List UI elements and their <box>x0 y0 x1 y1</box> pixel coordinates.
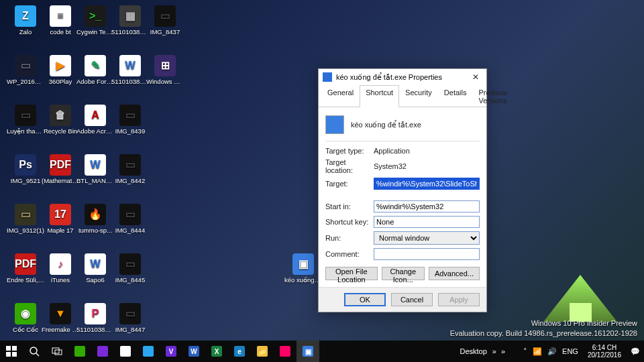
watermark-line2: Evaluation copy. Build 14986.rs_prerelea… <box>450 328 637 338</box>
taskbar-app[interactable] <box>137 341 160 362</box>
desktop-icon[interactable]: W51101038_N... <box>113 55 148 85</box>
icon-label: code bt <box>50 29 70 36</box>
file-icon: ▭ <box>119 105 141 126</box>
icon-label: iTunes <box>51 277 70 284</box>
action-center-icon[interactable]: 💬 <box>631 347 640 356</box>
desktop-icon[interactable]: ◉Cốc Cốc <box>8 303 43 333</box>
desktop-icon[interactable]: ▭IMG_8439 <box>113 105 148 135</box>
icon-label: 51101038_N... <box>111 29 149 36</box>
volume-icon[interactable]: 🔊 <box>547 347 557 356</box>
icon-label: IMG_9312(1) <box>7 227 44 234</box>
icon-label: 360Play <box>49 78 72 85</box>
app-icon <box>120 346 131 357</box>
close-icon[interactable]: ✕ <box>469 72 482 82</box>
desktop-icon[interactable]: ▭IMG_9312(1) <box>8 204 43 234</box>
icon-label: Luyện thanh - cho gion... <box>7 128 44 135</box>
taskbar-app[interactable]: V <box>160 341 182 362</box>
file-icon: W <box>85 154 106 176</box>
search-icon[interactable] <box>23 341 46 362</box>
apply-button[interactable]: Apply <box>438 293 480 306</box>
desktop-icon[interactable]: 🔥tummo-sp... <box>78 204 113 234</box>
tab-previous-versions[interactable]: Previous Versions <box>472 85 513 107</box>
desktop-icon[interactable]: 🗑Recycle Bin <box>43 105 78 135</box>
target-location-value: System32 <box>374 162 480 170</box>
cancel-button[interactable]: Cancel <box>391 293 433 306</box>
tab-details[interactable]: Details <box>438 85 473 107</box>
shortcutkey-input[interactable] <box>374 216 480 228</box>
desktop-icon[interactable]: ⊞Windows Device ... <box>148 55 182 85</box>
target-type-label: Target type: <box>325 147 374 155</box>
icon-label: Maple 17 <box>47 227 73 234</box>
tab-general[interactable]: General <box>321 85 360 107</box>
desktop-icon[interactable]: ▦51101038_N... <box>113 5 148 36</box>
tab-security[interactable]: Security <box>399 85 438 107</box>
taskbar-app[interactable] <box>91 341 114 362</box>
taskbar-app[interactable]: X <box>205 341 228 362</box>
desktop-icon[interactable]: 17Maple 17 <box>43 204 78 234</box>
desktop-icon[interactable]: P51101038_N... <box>78 303 113 333</box>
titlebar[interactable]: kéo xuống để tắt.exe Properties ✕ <box>319 69 486 85</box>
network-icon[interactable]: 📶 <box>533 347 542 356</box>
desktop-icon[interactable]: ▶360Play <box>43 55 78 85</box>
clock[interactable]: 6:14 CH 20/12/2016 <box>584 344 625 359</box>
desktop-icon[interactable]: ▭Luyện thanh - cho gion... <box>8 105 43 135</box>
file-icon: ▭ <box>15 204 36 225</box>
target-input[interactable] <box>374 178 480 190</box>
taskbar-app[interactable]: ▣ <box>297 341 319 362</box>
desktop-icon[interactable]: ✎Adobe FormsCentral <box>78 55 113 85</box>
taskbar-app[interactable]: W <box>182 341 205 362</box>
file-icon: ▭ <box>154 5 176 27</box>
desktop-icon[interactable]: ▼Freemake Video C... <box>43 303 78 333</box>
desktop-icon[interactable]: ZZalo <box>8 5 43 36</box>
toolbar-chevrons[interactable]: » » <box>492 347 506 355</box>
desktop-icon[interactable]: ▭IMG_8442 <box>113 154 148 184</box>
change-icon-button[interactable]: Change Icon... <box>382 267 425 280</box>
desktop-icon[interactable]: AAdobe Acrobat ... <box>78 105 113 135</box>
target-label: Target: <box>325 180 374 188</box>
advanced-button[interactable]: Advanced... <box>429 267 480 280</box>
app-icon: ▣ <box>303 346 313 357</box>
file-icon: ▭ <box>15 105 36 126</box>
desktop-icon[interactable]: PDFEndre Süli, David F. M... <box>8 253 43 284</box>
desktop-icon[interactable]: ▭IMG_8444 <box>113 204 148 234</box>
taskbar-app[interactable] <box>274 341 297 362</box>
app-icon: 📁 <box>257 346 268 357</box>
desktop-icon[interactable]: WSapo6 <box>78 253 113 284</box>
ok-button[interactable]: OK <box>344 293 386 306</box>
taskbar-app[interactable]: e <box>228 341 251 362</box>
desktop-icon[interactable]: PsIMG_9521 <box>8 154 43 184</box>
icon-label: Endre Süli, David F. M... <box>7 277 44 284</box>
desktop-toolbar-label[interactable]: Desktop <box>460 347 486 355</box>
desktop-icon[interactable]: ▭IMG_8437 <box>148 5 182 36</box>
language-indicator[interactable]: ENG <box>562 347 578 355</box>
taskbar-app[interactable] <box>68 341 91 362</box>
app-icon: e <box>234 346 245 357</box>
shortcutkey-label: Shortcut key: <box>325 218 374 226</box>
taskbar-app[interactable]: 📁 <box>251 341 274 362</box>
desktop-icon[interactable]: ≡code bt <box>43 5 78 36</box>
tab-shortcut[interactable]: Shortcut <box>360 85 399 107</box>
file-icon: ◉ <box>15 303 36 324</box>
desktop-icon[interactable]: ♪iTunes <box>43 253 78 284</box>
taskview-icon[interactable] <box>46 341 68 362</box>
desktop-icon[interactable]: ▭IMG_8447 <box>113 303 148 333</box>
start-button[interactable] <box>0 341 23 362</box>
startin-input[interactable] <box>374 200 480 213</box>
desktop-icon[interactable]: ▭WP_201606... <box>8 55 43 85</box>
comment-input[interactable] <box>374 248 480 260</box>
app-icon: V <box>166 346 176 357</box>
desktop-icon[interactable]: ▭IMG_8445 <box>113 253 148 284</box>
desktop-icon[interactable]: PDF(Mathematics Series) Davi... <box>43 154 78 184</box>
tray-chevron-up-icon[interactable]: ˄ <box>523 347 527 356</box>
icon-label: Freemake Video C... <box>42 326 79 333</box>
file-icon: ▭ <box>119 204 141 225</box>
desktop-icon[interactable]: ▣kéo xuống để tắt.exe <box>286 253 321 284</box>
taskbar-app[interactable] <box>114 341 137 362</box>
file-icon: ▭ <box>119 303 141 324</box>
desktop-icon[interactable]: >_Cygwin Terminal <box>78 5 113 36</box>
icon-label: IMG_8442 <box>115 178 145 184</box>
run-select[interactable]: Normal window <box>374 231 480 245</box>
open-file-location-button[interactable]: Open File Location <box>325 267 378 280</box>
icon-label: IMG_8439 <box>115 128 145 135</box>
desktop-icon[interactable]: WBTL_MANG... <box>78 154 113 184</box>
